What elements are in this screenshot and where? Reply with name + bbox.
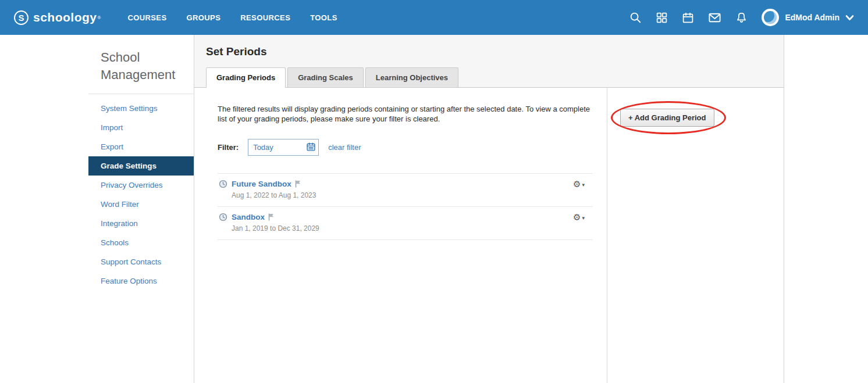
period-name-link[interactable]: Future Sandbox <box>232 180 291 188</box>
filter-row: Filter: clear filter <box>218 139 593 156</box>
right-gutter <box>784 35 868 383</box>
calendar-icon[interactable] <box>682 12 694 24</box>
school-management-sidebar: School Management System Settings Import… <box>0 35 194 383</box>
main-panel: Set Periods Grading Periods Grading Scal… <box>194 35 784 383</box>
grading-period-row: Sandbox ⚙ ▾ Jan 1, <box>218 207 593 240</box>
tab-grading-periods[interactable]: Grading Periods <box>206 67 286 88</box>
date-filter-wrap <box>248 139 319 156</box>
filter-label: Filter: <box>218 143 239 152</box>
sidebar-item-system-settings[interactable]: System Settings <box>88 99 194 118</box>
top-navbar: S schoology ® COURSES GROUPS RESOURCES T… <box>0 0 868 35</box>
clear-filter-link[interactable]: clear filter <box>328 143 361 152</box>
gear-icon: ⚙ <box>573 180 581 189</box>
gear-icon: ⚙ <box>573 213 581 222</box>
period-gear-menu-button[interactable]: ⚙ ▾ <box>573 213 585 222</box>
tab-grading-scales[interactable]: Grading Scales <box>287 67 364 87</box>
notifications-bell-icon[interactable] <box>735 11 748 24</box>
sidebar-item-integration[interactable]: Integration <box>88 214 194 233</box>
caret-down-icon: ▾ <box>582 215 585 221</box>
sidebar-inner: School Management System Settings Import… <box>88 35 194 291</box>
tab-bar: Grading Periods Grading Scales Learning … <box>206 67 772 87</box>
page-body: School Management System Settings Import… <box>0 35 868 383</box>
user-menu-name[interactable]: EdMod Admin <box>785 13 839 22</box>
navbar-right-cluster: EdMod Admin <box>615 9 854 26</box>
schoology-logo[interactable]: S schoology ® <box>14 10 101 25</box>
brand-trademark: ® <box>98 15 101 20</box>
main-header: Set Periods Grading Periods Grading Scal… <box>194 35 784 88</box>
tab-content: The filtered results will display gradin… <box>194 88 784 383</box>
sidebar-items: System Settings Import Export Grade Sett… <box>88 94 194 291</box>
caret-down-icon: ▾ <box>582 182 585 188</box>
period-gear-menu-button[interactable]: ⚙ ▾ <box>573 180 585 189</box>
messages-icon[interactable] <box>708 11 721 24</box>
sidebar-title: School Management <box>88 44 194 94</box>
primary-nav: COURSES GROUPS RESOURCES TOOLS <box>127 13 357 22</box>
add-grading-period-wrap: + Add Grading Period <box>620 109 714 127</box>
period-date-range: Aug 1, 2022 to Aug 1, 2023 <box>232 191 590 199</box>
sidebar-item-support-contacts[interactable]: Support Contacts <box>88 252 194 271</box>
grading-period-icon <box>219 180 227 188</box>
sidebar-item-word-filter[interactable]: Word Filter <box>88 195 194 214</box>
sidebar-item-schools[interactable]: Schools <box>88 233 194 252</box>
sidebar-item-feature-options[interactable]: Feature Options <box>88 271 194 291</box>
period-row-head: Future Sandbox <box>219 180 590 188</box>
period-date-range: Jan 1, 2019 to Dec 31, 2029 <box>232 224 590 232</box>
grading-period-icon <box>219 213 227 221</box>
date-picker-calendar-icon[interactable] <box>306 142 316 154</box>
filter-description-text: The filtered results will display gradin… <box>218 104 593 124</box>
nav-link-groups[interactable]: GROUPS <box>187 13 221 22</box>
search-icon[interactable] <box>629 11 642 24</box>
nav-link-resources[interactable]: RESOURCES <box>240 13 290 22</box>
flag-icon <box>295 180 301 188</box>
avatar-image <box>764 11 777 24</box>
nav-link-courses[interactable]: COURSES <box>127 13 166 22</box>
sidebar-item-privacy-overrides[interactable]: Privacy Overrides <box>88 176 194 195</box>
period-row-head: Sandbox <box>219 213 590 221</box>
grading-periods-content: The filtered results will display gradin… <box>194 88 607 383</box>
flag-icon <box>268 213 274 221</box>
user-avatar[interactable] <box>762 9 779 26</box>
brand-text: schoology <box>33 10 97 24</box>
actions-column: + Add Grading Period <box>607 88 803 383</box>
sidebar-item-export[interactable]: Export <box>88 137 194 156</box>
grading-period-list: Future Sandbox ⚙ ▾ <box>218 173 593 240</box>
nav-link-tools[interactable]: TOOLS <box>310 13 337 22</box>
grading-period-row: Future Sandbox ⚙ ▾ <box>218 174 593 207</box>
chevron-down-icon[interactable] <box>845 15 854 21</box>
period-name-link[interactable]: Sandbox <box>232 213 265 221</box>
tab-learning-objectives[interactable]: Learning Objectives <box>365 67 458 87</box>
add-grading-period-button[interactable]: + Add Grading Period <box>620 109 714 127</box>
schoology-s-icon: S <box>14 10 29 25</box>
page-title: Set Periods <box>206 45 772 58</box>
apps-grid-icon[interactable] <box>656 12 668 24</box>
sidebar-item-grade-settings[interactable]: Grade Settings <box>88 156 194 176</box>
sidebar-item-import[interactable]: Import <box>88 118 194 137</box>
